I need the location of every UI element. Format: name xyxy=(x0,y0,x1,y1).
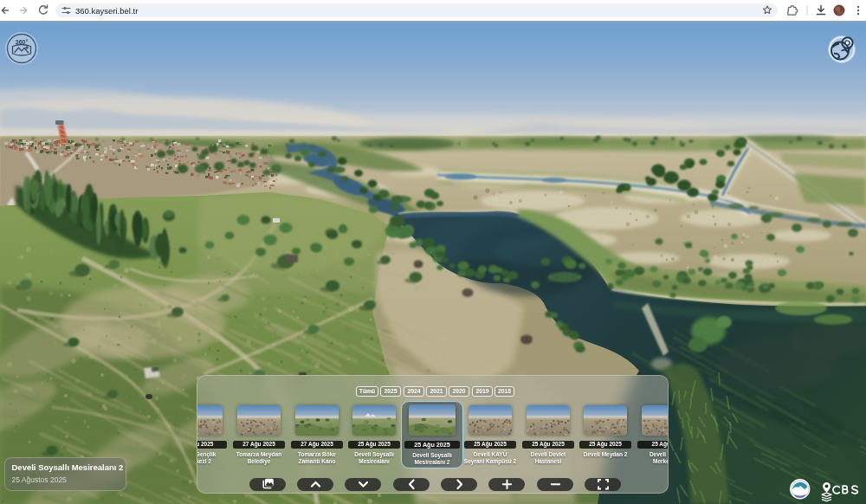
svg-text:360.kayseri.bel.tr: 360.kayseri.bel.tr xyxy=(75,6,138,16)
svg-text:360°: 360° xyxy=(16,39,29,45)
